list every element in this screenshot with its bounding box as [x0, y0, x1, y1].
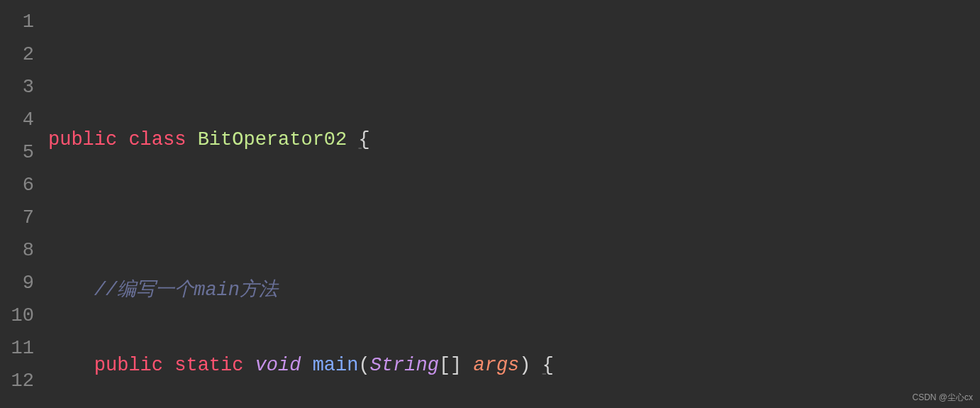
open-paren: ( — [358, 355, 369, 376]
comment: //编写一个main方法 — [94, 280, 278, 301]
line-number: 3 — [0, 71, 34, 104]
code-line: //编写一个main方法 — [48, 274, 980, 307]
line-number: 5 — [0, 136, 34, 169]
close-paren: ) — [519, 355, 530, 376]
line-number: 11 — [0, 332, 34, 365]
class-name: BitOperator02 — [198, 129, 347, 150]
line-number: 1 — [0, 6, 34, 38]
line-number: 8 — [0, 234, 34, 267]
line-number-gutter: 1 2 3 4 5 6 7 8 9 10 11 12 — [0, 0, 43, 408]
type-string: String — [370, 355, 439, 376]
line-number: 10 — [0, 299, 34, 332]
keyword-public: public — [48, 129, 117, 150]
code-line: public static void main(String[] args) { — [48, 349, 980, 382]
line-number: 2 — [0, 38, 34, 71]
line-number: 6 — [0, 169, 34, 202]
code-line: public class BitOperator02 { — [48, 123, 980, 156]
keyword-static: static — [174, 355, 243, 376]
code-area[interactable]: public class BitOperator02 { //编写一个main方… — [43, 0, 980, 408]
code-editor: 1 2 3 4 5 6 7 8 9 10 11 12 public class … — [0, 0, 980, 408]
keyword-public: public — [94, 355, 163, 376]
open-brace: { — [542, 355, 554, 376]
param-args: args — [474, 355, 520, 376]
keyword-class: class — [128, 129, 186, 150]
line-number: 7 — [0, 202, 34, 234]
code-line — [48, 199, 980, 231]
method-main: main — [313, 355, 359, 376]
open-brace: { — [358, 129, 369, 150]
code-line — [48, 48, 980, 81]
watermark-text: CSDN @尘心cx — [912, 392, 973, 404]
keyword-void: void — [255, 355, 301, 376]
line-number: 12 — [0, 365, 34, 397]
line-number: 4 — [0, 104, 34, 136]
brackets: [] — [439, 355, 462, 376]
line-number: 9 — [0, 267, 34, 299]
